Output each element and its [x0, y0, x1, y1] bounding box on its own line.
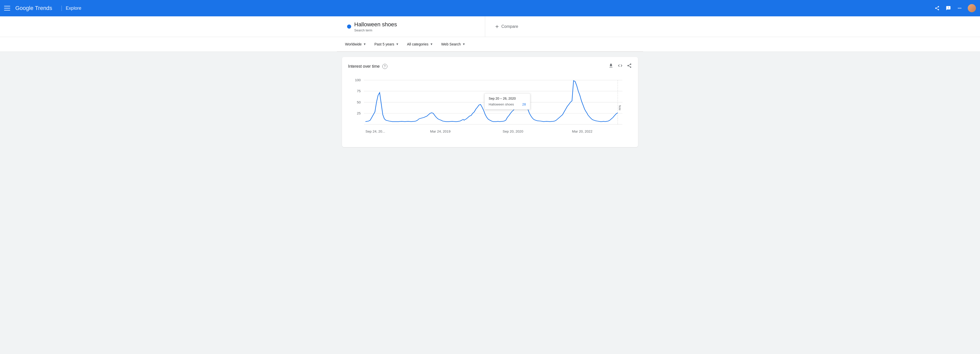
header-left: GoogleTrends Explore: [4, 5, 81, 11]
interest-over-time-card: Interest over time ?: [342, 57, 638, 147]
time-range-filter-arrow: ▼: [396, 42, 399, 46]
category-filter-label: All categories: [407, 42, 428, 46]
search-container: Halloween shoes Search term + Compare: [337, 16, 643, 37]
avatar[interactable]: [968, 4, 976, 12]
chart-container: 100 75 50 25 Sep 24, 20... Mar 24, 2019 …: [348, 75, 632, 141]
search-term-type: Search term: [354, 28, 397, 32]
time-range-filter-label: Past 5 years: [374, 42, 394, 46]
apps-icon[interactable]: [956, 5, 963, 11]
location-filter-arrow: ▼: [363, 42, 366, 46]
header: GoogleTrends Explore: [0, 0, 980, 16]
search-term-box[interactable]: Halloween shoes Search term: [342, 16, 485, 37]
svg-text:75: 75: [357, 89, 361, 93]
search-area: Halloween shoes Search term + Compare: [0, 16, 980, 37]
download-button[interactable]: [608, 63, 614, 70]
location-filter-label: Worldwide: [345, 42, 362, 46]
search-term: Halloween shoes: [354, 21, 397, 28]
compare-plus-icon: +: [495, 23, 499, 30]
svg-text:Sep 20, 2020: Sep 20, 2020: [503, 130, 523, 133]
svg-text:Mar 20, 2022: Mar 20, 2022: [572, 130, 592, 133]
google-trends-logo: GoogleTrends: [15, 5, 52, 11]
compare-box[interactable]: + Compare: [485, 16, 638, 37]
time-range-filter[interactable]: Past 5 years ▼: [371, 40, 402, 48]
search-type-filter[interactable]: Web Search ▼: [438, 40, 469, 48]
category-filter[interactable]: All categories ▼: [404, 40, 436, 48]
svg-text:25: 25: [357, 112, 361, 115]
card-header: Interest over time ?: [348, 63, 632, 70]
share-chart-button[interactable]: [627, 63, 632, 70]
header-right: [934, 4, 976, 12]
svg-text:Mar 24, 2019: Mar 24, 2019: [430, 130, 450, 133]
google-label: Google: [15, 5, 33, 11]
explore-label: Explore: [62, 6, 81, 11]
share-icon[interactable]: [934, 5, 940, 11]
search-term-info: Halloween shoes Search term: [354, 21, 397, 32]
filters-bar: Worldwide ▼ Past 5 years ▼ All categorie…: [337, 37, 643, 52]
card-title: Interest over time: [348, 64, 380, 69]
search-type-filter-label: Web Search: [441, 42, 461, 46]
search-type-filter-arrow: ▼: [462, 42, 465, 46]
filters-wrapper: Worldwide ▼ Past 5 years ▼ All categorie…: [0, 37, 980, 52]
feedback-icon[interactable]: [945, 5, 951, 11]
card-actions: [608, 63, 632, 70]
embed-button[interactable]: [617, 63, 623, 70]
svg-text:50: 50: [357, 100, 361, 104]
help-label: ?: [384, 65, 386, 68]
svg-text:100: 100: [355, 78, 361, 82]
term-color-indicator: [347, 24, 351, 29]
help-icon[interactable]: ?: [382, 64, 387, 69]
compare-label: Compare: [501, 24, 518, 29]
main-content: Interest over time ?: [337, 52, 643, 157]
menu-button[interactable]: [4, 5, 10, 11]
category-filter-arrow: ▼: [430, 42, 433, 46]
svg-text:Note: Note: [618, 105, 621, 111]
trends-label: Trends: [35, 5, 52, 11]
card-title-area: Interest over time ?: [348, 64, 387, 69]
chart-svg: 100 75 50 25 Sep 24, 20... Mar 24, 2019 …: [348, 75, 632, 141]
svg-text:Sep 24, 20...: Sep 24, 20...: [366, 130, 385, 133]
location-filter[interactable]: Worldwide ▼: [342, 40, 369, 48]
